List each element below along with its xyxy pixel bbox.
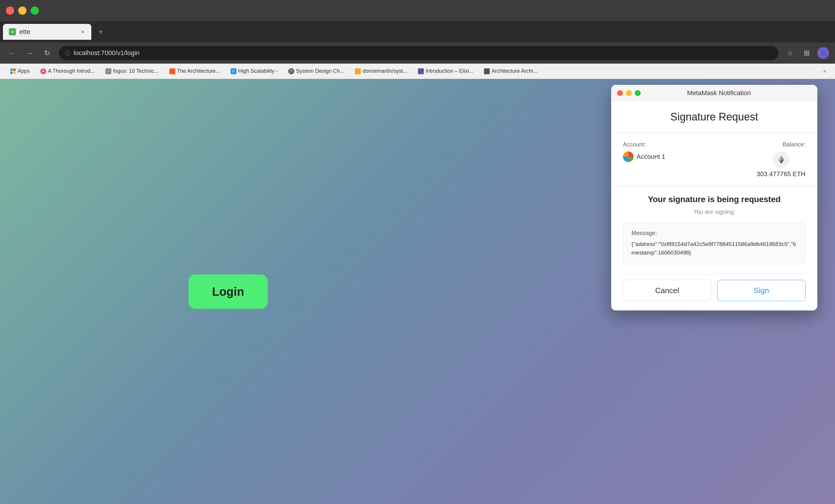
bookmark-apps-label: Apps: [18, 68, 30, 74]
back-button[interactable]: ←: [6, 47, 18, 59]
bookmark-system-design-label: System Design Ch...: [296, 68, 344, 74]
mm-minimize-button[interactable]: [626, 90, 632, 96]
cancel-button[interactable]: Cancel: [623, 280, 711, 301]
metamask-account-label: Account:: [623, 141, 665, 148]
metamask-body: Signature Request Account: Account 1 Bal…: [611, 101, 817, 310]
bookmark-introduction-elixir-label: Introduction – Elixi...: [426, 68, 473, 74]
metamask-account-left: Account: Account 1: [623, 141, 665, 162]
active-tab[interactable]: e ette ✕: [3, 24, 91, 40]
extensions-button[interactable]: ⊞: [801, 47, 813, 59]
toolbar-right: ☆ ⊞ 👤: [785, 47, 829, 59]
bookmark-introduction-elixir[interactable]: Introduction – Elixi...: [414, 66, 477, 76]
title-bar: [0, 0, 835, 21]
security-icon: ⓘ: [65, 49, 70, 57]
sign-button[interactable]: Sign: [717, 280, 806, 301]
bookmark-high-scalability-label: High Scalability -: [238, 68, 278, 74]
traffic-lights: [6, 6, 39, 15]
bookmark-architecture-archi-label: Architecture Archi...: [492, 68, 537, 74]
balance-amount: 303.477765 ETH: [757, 170, 806, 178]
svg-rect-2: [10, 72, 13, 74]
bookmark-donnemartin-label: donnemartin/syst...: [363, 68, 407, 74]
signing-label: You are signing:: [623, 208, 806, 215]
message-content: {"address":"0xf89154d7a42c5e9f7788451158…: [631, 240, 797, 257]
address-bar: ← → ↻ ⓘ localhost:7000/v1/login ☆ ⊞ 👤: [0, 42, 835, 64]
bookmark-fogus-label: fogus: 10 Technic...: [113, 68, 159, 74]
maximize-button[interactable]: [30, 6, 39, 15]
metamask-buttons: Cancel Sign: [623, 274, 806, 301]
tabs-bar: e ette ✕ +: [0, 21, 835, 42]
metamask-heading: Signature Request: [623, 111, 806, 123]
message-box: Message: {"address":"0xf89154d7a42c5e9f7…: [623, 222, 806, 264]
metamask-account-row: Account: Account 1 Balance:: [623, 133, 806, 186]
balance-label: Balance:: [757, 141, 806, 148]
bookmark-donnemartin[interactable]: donnemartin/syst...: [351, 66, 411, 76]
mm-maximize-button[interactable]: [635, 90, 640, 96]
minimize-button[interactable]: [18, 6, 26, 15]
address-input[interactable]: ⓘ localhost:7000/v1/login: [59, 46, 778, 60]
metamask-divider-mid: [611, 186, 817, 186]
bookmark-apps[interactable]: Apps: [6, 66, 34, 76]
bookmarks-bar: Apps A A Thorough Introd... f fogus: 10 …: [0, 64, 835, 79]
tab-close-button[interactable]: ✕: [80, 29, 85, 35]
refresh-button[interactable]: ↻: [41, 47, 53, 59]
page-content: Login MetaMask Notification Signature Re…: [0, 79, 835, 504]
bookmark-fogus[interactable]: f fogus: 10 Technic...: [101, 66, 163, 76]
metamask-window-title: MetaMask Notification: [644, 89, 794, 97]
bookmark-system-design[interactable]: System Design Ch...: [284, 66, 348, 76]
account-avatar: [623, 152, 634, 162]
mm-close-button[interactable]: [617, 90, 623, 96]
eth-logo: [773, 152, 789, 168]
bookmarks-more-button[interactable]: »: [820, 66, 829, 76]
metamask-account-info: Account 1: [623, 152, 665, 162]
bookmark-star-button[interactable]: ☆: [785, 47, 796, 59]
new-tab-button[interactable]: +: [94, 25, 108, 39]
bookmark-architecture[interactable]: The Architecture...: [165, 66, 224, 76]
url-display: localhost:7000/v1/login: [74, 49, 140, 57]
svg-rect-0: [10, 68, 13, 71]
bookmark-high-scalability[interactable]: H High Scalability -: [226, 66, 282, 76]
bookmark-architecture-label: The Architecture...: [177, 68, 220, 74]
forward-button[interactable]: →: [24, 47, 35, 59]
message-label: Message:: [631, 230, 797, 237]
bookmark-a-thorough[interactable]: A A Thorough Introd...: [36, 66, 99, 76]
account-name: Account 1: [636, 153, 665, 161]
svg-rect-3: [13, 72, 16, 74]
login-button[interactable]: Login: [188, 274, 268, 309]
browser-chrome: e ette ✕ + ← → ↻ ⓘ localhost:7000/v1/log…: [0, 0, 835, 79]
bookmark-architecture-archi[interactable]: Architecture Archi...: [480, 66, 542, 76]
svg-rect-1: [13, 68, 16, 71]
signature-request-text: Your signature is being requested: [623, 194, 806, 205]
metamask-titlebar: MetaMask Notification: [611, 85, 817, 101]
metamask-window: MetaMask Notification Signature Request …: [611, 85, 817, 310]
close-button[interactable]: [6, 6, 14, 15]
tab-favicon: e: [9, 28, 16, 35]
tab-title: ette: [19, 28, 76, 36]
metamask-account-right: Balance: 303.477765 ETH: [757, 141, 806, 178]
bookmark-a-thorough-label: A Thorough Introd...: [48, 68, 95, 74]
mm-traffic-lights: [617, 90, 640, 96]
profile-avatar[interactable]: 👤: [817, 47, 829, 59]
